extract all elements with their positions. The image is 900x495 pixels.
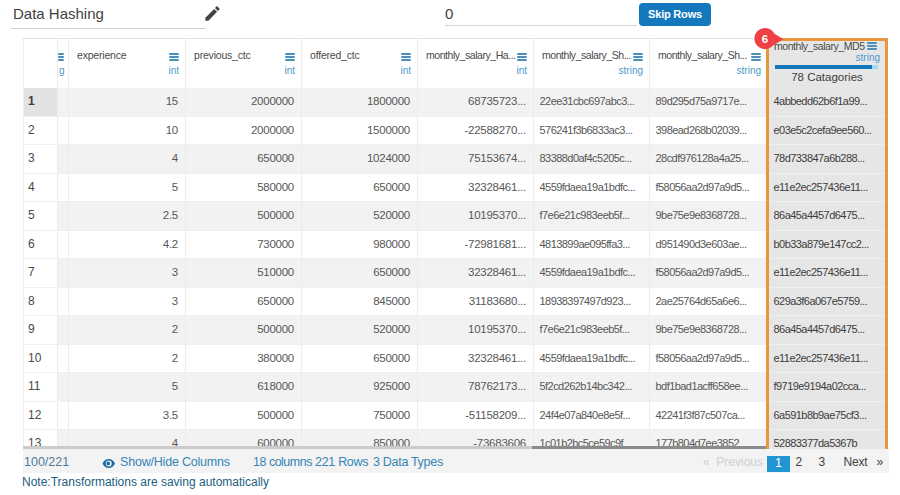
svg-text:6: 6 (762, 33, 768, 45)
